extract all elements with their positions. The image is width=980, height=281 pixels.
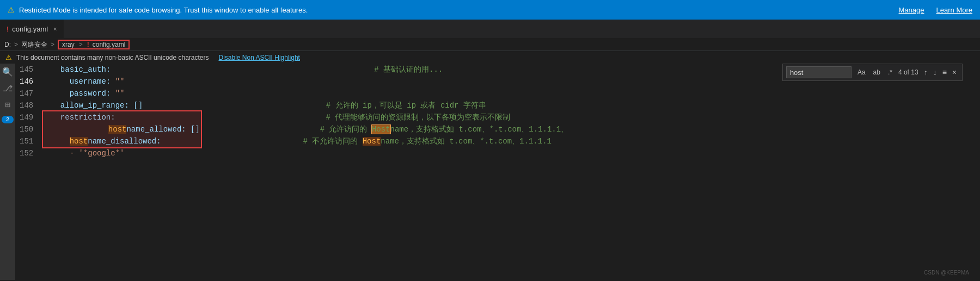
code-editor[interactable]: Aa ab .* 4 of 13 ↑ ↓ ≡ × basic_auth: # 基… bbox=[40, 64, 972, 280]
find-prev-btn[interactable]: ↑ bbox=[922, 68, 930, 77]
find-options: Aa ab .* bbox=[855, 67, 895, 78]
find-count: 4 of 13 bbox=[898, 66, 918, 78]
search-match: Host bbox=[363, 137, 381, 146]
code-token: allow_ip_range: [] bbox=[42, 99, 143, 111]
breadcrumb-folder: 网络安全 bbox=[21, 40, 47, 49]
line-num-146: 146 bbox=[20, 76, 33, 88]
disable-ascii-highlight-link[interactable]: Disable Non ASCII Highlight bbox=[219, 54, 300, 61]
find-widget: Aa ab .* 4 of 13 ↑ ↓ ≡ × bbox=[782, 64, 963, 81]
code-token: username: bbox=[42, 76, 115, 88]
find-list-btn[interactable]: ≡ bbox=[940, 68, 949, 77]
find-input[interactable] bbox=[786, 66, 852, 78]
search-match-current: Host bbox=[372, 125, 390, 134]
line-num-151: 151 bbox=[20, 135, 33, 147]
code-token: password: bbox=[42, 88, 115, 99]
code-token: basic_auth: bbox=[42, 64, 111, 76]
breadcrumb-file-icon: ! bbox=[87, 41, 89, 48]
breadcrumb-drive: D: bbox=[4, 41, 11, 48]
code-token: hostname_allowed: [] bbox=[108, 125, 200, 134]
line-num-147: 147 bbox=[20, 88, 33, 99]
tab-config-yaml[interactable]: ! config.yaml × bbox=[0, 20, 64, 38]
breadcrumb-sep2: > bbox=[51, 41, 54, 48]
activity-bar: 🔍 ⎇ ⊞ 2 bbox=[0, 64, 15, 280]
find-case-sensitive-btn[interactable]: Aa bbox=[855, 67, 868, 78]
breadcrumb-sep3: > bbox=[79, 41, 83, 48]
code-token: "" bbox=[115, 76, 125, 88]
line-num-150: 150 bbox=[20, 123, 33, 135]
line-num-149: 149 bbox=[20, 111, 33, 123]
code-line-148: allow_ip_range: [] # 允许的 ip，可以是 ip 或者 ci… bbox=[42, 99, 972, 111]
restricted-mode-banner: ⚠ Restricted Mode is intended for safe c… bbox=[0, 0, 980, 20]
code-token bbox=[42, 147, 69, 159]
line-numbers: 145 146 147 148 149 150 151 152 bbox=[15, 64, 40, 280]
vertical-scrollbar[interactable] bbox=[972, 64, 980, 280]
banner-text: Restricted Mode is intended for safe cod… bbox=[19, 6, 887, 14]
ascii-warning-bar: ⚠ This document contains many non-basic … bbox=[0, 51, 980, 64]
code-token: hostname_disallowed: bbox=[42, 135, 161, 147]
code-line-152: - '*google*' bbox=[42, 147, 972, 159]
badge: 2 bbox=[2, 116, 14, 123]
find-nav: ↑ ↓ ≡ × bbox=[922, 68, 959, 77]
tab-bar: ! config.yaml × bbox=[0, 20, 980, 39]
line-num-145: 145 bbox=[20, 64, 33, 76]
editor-area: 🔍 ⎇ ⊞ 2 145 146 147 148 149 150 151 152 … bbox=[0, 64, 980, 280]
find-regex-btn[interactable]: .* bbox=[885, 67, 895, 78]
ascii-warning-text: This document contains many non-basic AS… bbox=[16, 54, 209, 61]
breadcrumb-active-segment: xray > ! config.yaml bbox=[58, 40, 130, 49]
find-next-btn[interactable]: ↓ bbox=[931, 68, 939, 77]
find-close-btn[interactable]: × bbox=[950, 68, 959, 77]
manage-link[interactable]: Manage bbox=[899, 6, 924, 14]
code-line-151: hostname_disallowed: # 不允许访问的 Hostname，支… bbox=[42, 135, 972, 147]
code-comment: # 允许的 ip，可以是 ip 或者 cidr 字符串 bbox=[143, 99, 486, 111]
code-token: "" bbox=[115, 88, 125, 99]
warning-icon: ⚠ bbox=[8, 5, 15, 14]
breadcrumb-file: config.yaml bbox=[93, 41, 126, 48]
line-num-152: 152 bbox=[20, 147, 33, 159]
tab-modified-icon: ! bbox=[7, 25, 9, 33]
code-comment: # 允许访问的 Hostname，支持格式如 t.com、*.t.com、1.1… bbox=[202, 123, 568, 135]
line-num-148: 148 bbox=[20, 99, 33, 111]
code-comment: # 基础认证的用... bbox=[365, 65, 443, 74]
search-activity-icon[interactable]: 🔍 bbox=[2, 67, 14, 78]
find-whole-word-btn[interactable]: ab bbox=[871, 67, 883, 78]
breadcrumb-sep1: > bbox=[14, 41, 18, 48]
code-comment: # 不允许访问的 Hostname，支持格式如 t.com、*.t.com、1.… bbox=[161, 135, 552, 147]
code-line-150: hostname_allowed: [] # 允许访问的 Hostname，支持… bbox=[42, 123, 972, 135]
search-match: host bbox=[108, 125, 127, 134]
watermark: CSDN @KEEPMA bbox=[924, 267, 969, 279]
git-activity-icon[interactable]: ⎇ bbox=[2, 83, 14, 94]
code-line-147: password: "" bbox=[42, 88, 972, 99]
breadcrumb-subfolder: xray bbox=[62, 41, 75, 48]
learn-more-link[interactable]: Learn More bbox=[936, 6, 972, 14]
code-token bbox=[81, 125, 108, 134]
search-match: host bbox=[70, 137, 88, 146]
breadcrumb: D: > 网络安全 > xray > ! config.yaml bbox=[0, 39, 980, 51]
tab-filename: config.yaml bbox=[12, 25, 48, 33]
tab-close-button[interactable]: × bbox=[53, 26, 57, 32]
ascii-warn-icon: ⚠ bbox=[5, 53, 12, 61]
code-token: - '*google*' bbox=[70, 147, 125, 159]
extensions-activity-icon[interactable]: ⊞ bbox=[2, 99, 14, 110]
